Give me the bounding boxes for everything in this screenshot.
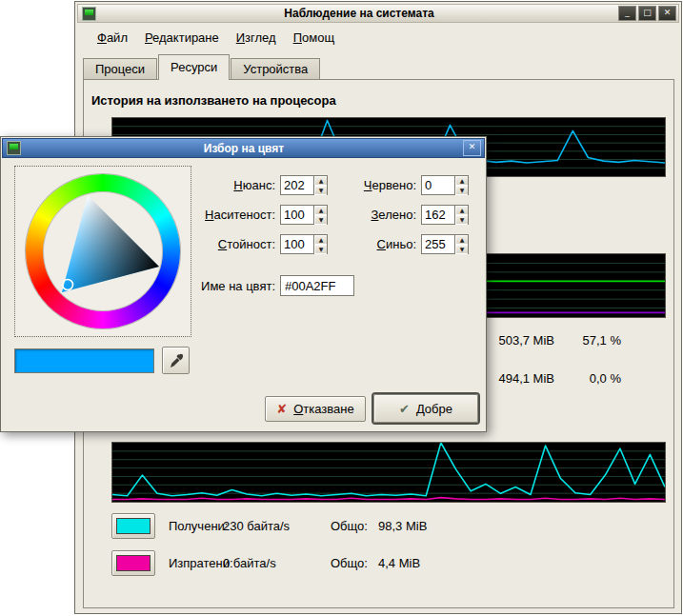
swap-percent-value: 0,0 % bbox=[554, 371, 621, 386]
blue-label: Синьо: bbox=[339, 234, 416, 254]
sent-color-swatch bbox=[116, 555, 151, 571]
color-name-label: Име на цвят: bbox=[153, 276, 275, 296]
received-rate: 230 байта/s bbox=[223, 513, 290, 539]
notebook-tabs: Процеси Ресурси Устройства bbox=[83, 54, 321, 80]
red-label: Червено: bbox=[339, 175, 416, 195]
menu-edit[interactable]: Редактиране bbox=[136, 28, 228, 48]
dialog-icon bbox=[7, 141, 21, 155]
green-spin-down-icon[interactable]: ▼ bbox=[455, 215, 468, 225]
main-window-title: Наблюдение на системата bbox=[100, 7, 618, 20]
green-spinbox[interactable]: ▲▼ bbox=[421, 205, 469, 225]
tab-devices[interactable]: Устройства bbox=[231, 58, 320, 80]
green-input[interactable] bbox=[422, 206, 454, 224]
memory-total-value: 503,7 MiB bbox=[488, 333, 554, 348]
sent-rate: 0 байта/s bbox=[223, 550, 276, 576]
value-label: Стойност: bbox=[153, 234, 275, 254]
ok-button-label: Добре bbox=[416, 402, 452, 416]
blue-spinbox[interactable]: ▲▼ bbox=[421, 234, 469, 254]
value-input[interactable] bbox=[281, 235, 313, 253]
dialog-title: Избор на цвят bbox=[25, 142, 463, 155]
hue-input[interactable] bbox=[281, 176, 313, 194]
cancel-button-label: Отказване bbox=[293, 402, 354, 416]
eyedropper-button[interactable] bbox=[162, 347, 190, 374]
maximize-button[interactable]: □ bbox=[638, 6, 656, 21]
selected-color-preview bbox=[14, 348, 154, 373]
saturation-spinbox[interactable]: ▲▼ bbox=[280, 205, 328, 225]
saturation-input[interactable] bbox=[281, 206, 313, 224]
sent-total-label: Общо: bbox=[331, 550, 368, 576]
saturation-label: Наситеност: bbox=[153, 205, 275, 225]
received-color-button[interactable] bbox=[111, 513, 155, 539]
network-received-row: Получени: 230 байта/s Общо: 98,3 MiB bbox=[111, 513, 645, 539]
tab-processes[interactable]: Процеси bbox=[83, 58, 157, 80]
hue-spinbox[interactable]: ▲▼ bbox=[280, 175, 328, 195]
sent-color-button[interactable] bbox=[111, 550, 155, 576]
ok-check-icon: ✔ bbox=[399, 402, 410, 416]
received-total-label: Общо: bbox=[331, 513, 368, 539]
red-spin-down-icon[interactable]: ▼ bbox=[455, 186, 468, 195]
blue-spin-down-icon[interactable]: ▼ bbox=[455, 245, 468, 254]
menu-view[interactable]: Изглед bbox=[228, 28, 285, 48]
color-selection-dialog: Избор на цвят ✕ Нюанс: bbox=[0, 136, 487, 432]
ok-button[interactable]: ✔ Добре bbox=[373, 394, 478, 423]
red-spin-up-icon[interactable]: ▲ bbox=[455, 176, 468, 186]
color-name-input[interactable] bbox=[280, 275, 354, 296]
cancel-x-icon: ✘ bbox=[276, 402, 287, 416]
hue-label: Нюанс: bbox=[153, 175, 275, 195]
memory-percent-value: 57,1 % bbox=[554, 333, 621, 348]
red-input[interactable] bbox=[422, 176, 454, 194]
system-monitor-icon bbox=[82, 7, 96, 21]
blue-spin-up-icon[interactable]: ▲ bbox=[455, 235, 468, 245]
network-sent-row: Изпратени: 0 байта/s Общо: 4,4 MiB bbox=[111, 550, 645, 576]
value-spin-up-icon[interactable]: ▲ bbox=[314, 235, 327, 245]
received-label: Получени: bbox=[169, 513, 228, 539]
eyedropper-icon bbox=[168, 352, 185, 369]
saturation-spin-up-icon[interactable]: ▲ bbox=[314, 206, 327, 215]
saturation-spin-down-icon[interactable]: ▼ bbox=[314, 215, 327, 225]
blue-input[interactable] bbox=[422, 235, 454, 253]
sent-total: 4,4 MiB bbox=[378, 550, 420, 576]
value-spin-down-icon[interactable]: ▼ bbox=[314, 245, 327, 254]
close-button[interactable]: ✕ bbox=[658, 6, 676, 21]
minimize-button[interactable]: _ bbox=[618, 6, 636, 21]
dialog-close-button[interactable]: ✕ bbox=[463, 140, 481, 156]
received-total: 98,3 MiB bbox=[378, 513, 427, 539]
value-spinbox[interactable]: ▲▼ bbox=[280, 234, 328, 254]
tab-resources[interactable]: Ресурси bbox=[158, 54, 230, 80]
menu-help[interactable]: Помощ bbox=[285, 28, 343, 48]
network-history-chart bbox=[111, 442, 666, 503]
cancel-button[interactable]: ✘ Отказване bbox=[265, 396, 366, 422]
red-spinbox[interactable]: ▲▼ bbox=[421, 175, 469, 195]
cpu-history-heading: История на използването на процесора bbox=[91, 93, 336, 108]
received-color-swatch bbox=[116, 518, 151, 534]
green-spin-up-icon[interactable]: ▲ bbox=[455, 206, 468, 215]
green-label: Зелено: bbox=[339, 205, 416, 225]
swap-total-value: 494,1 MiB bbox=[488, 371, 554, 386]
menubar: Файл Редактиране Изглед Помощ bbox=[79, 27, 677, 48]
main-titlebar[interactable]: Наблюдение на системата _ □ ✕ bbox=[77, 4, 679, 23]
hue-spin-down-icon[interactable]: ▼ bbox=[314, 186, 327, 195]
hue-spin-up-icon[interactable]: ▲ bbox=[314, 176, 327, 186]
menu-file[interactable]: Файл bbox=[89, 28, 136, 48]
dialog-titlebar[interactable]: Избор на цвят ✕ bbox=[2, 138, 485, 158]
